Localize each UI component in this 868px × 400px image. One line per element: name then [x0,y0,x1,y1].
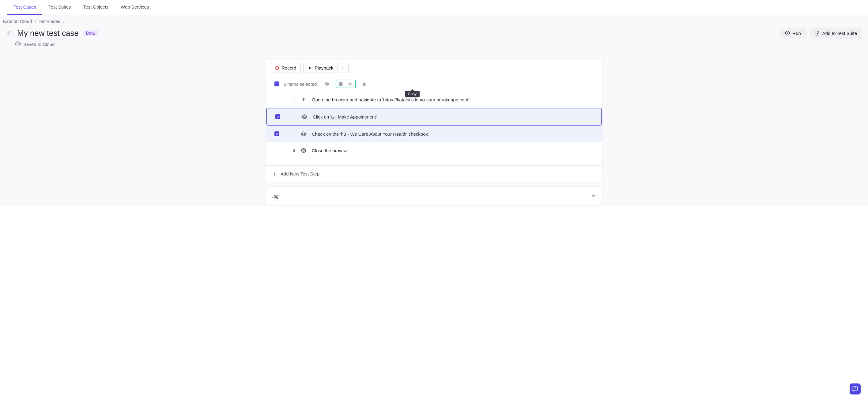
svg-rect-7 [327,83,329,86]
breadcrumb-root[interactable]: Katalon Cloud [3,19,32,24]
delete-icon[interactable] [360,80,368,88]
breadcrumb-separator: / [63,19,65,24]
record-icon [275,66,279,70]
tab-test-objects[interactable]: Test Objects [77,0,115,15]
step-row[interactable]: Click on 'a - Make Appointment' [266,108,602,126]
step-text: Check on the 'h3 - We Care About Your He… [312,131,597,136]
svg-rect-9 [340,82,342,83]
chevron-down-icon[interactable] [590,192,597,200]
svg-point-11 [349,85,350,86]
add-to-suite-button[interactable]: Add to Test Suite [810,28,862,39]
svg-line-14 [350,83,351,84]
beta-badge: Beta [83,30,98,36]
run-button-label: Run [792,31,801,36]
breadcrumb-separator: / [35,19,36,24]
duplicate-icon[interactable] [323,80,331,88]
panel-toolbar: Record Playback [266,59,602,76]
step-checkbox[interactable] [274,148,279,153]
step-text: Click on 'a - Make Appointment' [313,114,596,119]
playback-label: Playback [315,65,333,70]
svg-point-17 [304,116,305,118]
select-all-checkbox[interactable] [274,82,279,86]
target-icon [295,131,312,136]
back-arrow-icon[interactable] [6,30,13,36]
selection-count-text: 2 items selected [284,82,317,87]
cut-icon[interactable] [347,81,354,87]
run-button[interactable]: Run [780,28,806,39]
copy-cut-highlight [336,80,356,88]
playback-dropdown-button[interactable] [338,63,348,73]
breadcrumb-section[interactable]: test-cases [39,19,60,24]
record-button[interactable]: Record [271,63,301,73]
tab-test-suites[interactable]: Test Suites [42,0,77,15]
log-label: Log [271,194,278,199]
navigate-icon [295,97,312,102]
tab-test-cases[interactable]: Test Cases [7,0,42,15]
saved-status-text: Saved to Cloud [23,42,55,47]
step-checkbox[interactable] [274,131,279,136]
step-row[interactable]: 1 Open the browser and navigate to 'http… [266,91,602,108]
step-checkbox[interactable] [274,97,279,102]
step-number: 1 [285,97,295,102]
breadcrumb: Katalon Cloud / test-cases / [0,15,868,26]
step-row[interactable]: Check on the 'h3 - We Care About Your He… [266,126,602,142]
svg-point-21 [303,150,305,151]
svg-point-19 [303,133,305,135]
step-row[interactable]: 4 Close the browser [266,142,602,159]
add-to-suite-label: Add to Test Suite [823,31,857,36]
step-text: Open the browser and navigate to 'https:… [312,97,597,102]
main-tabs: Test Cases Test Suites Test Objects Web … [0,0,868,15]
add-new-step-button[interactable]: Add New Test Step [266,166,602,182]
paste-icon[interactable] [338,81,344,87]
page-subheader: Katalon Cloud / test-cases / My new test… [0,15,868,52]
selection-bar: 2 items selected Copy [266,76,602,91]
log-panel[interactable]: Log [266,187,602,206]
playback-button[interactable]: Playback [303,63,338,73]
svg-marker-5 [309,66,311,69]
copy-tooltip: Copy [405,91,420,97]
step-text: Close the browser [312,148,597,153]
step-number: 4 [285,148,295,153]
svg-line-13 [351,85,352,86]
target-icon [296,114,313,119]
steps-panel: Record Playback 2 items selected [266,58,602,182]
page-title: My new test case [17,29,79,38]
target-icon [295,148,312,153]
svg-point-10 [349,82,350,83]
saved-status-row: Saved to Cloud [0,41,868,52]
tab-web-services[interactable]: Web Services [115,0,155,15]
cloud-check-icon [15,41,21,48]
step-checkbox[interactable] [275,114,280,119]
content-area: Record Playback 2 items selected [0,52,868,206]
svg-marker-2 [787,32,788,34]
record-label: Record [281,65,296,70]
add-new-step-label: Add New Test Step [281,171,319,177]
